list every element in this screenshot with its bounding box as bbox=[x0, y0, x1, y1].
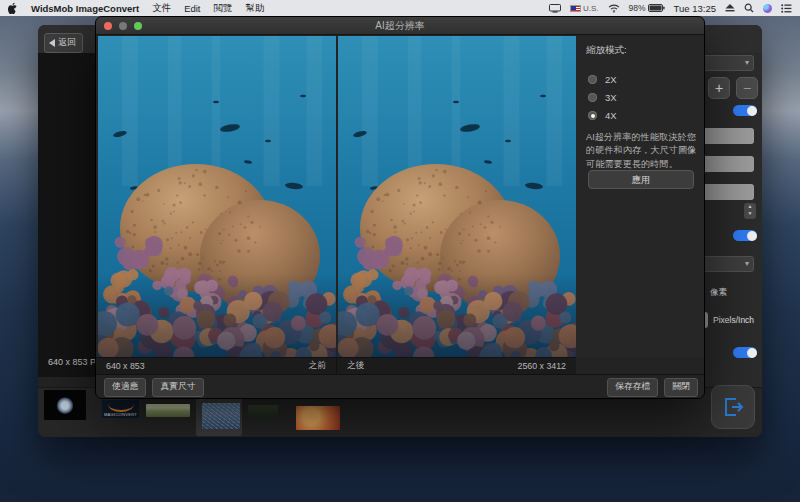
zoom-mode-label: 縮放模式: bbox=[586, 44, 627, 57]
ppi-label: Pixels/Inch bbox=[713, 315, 754, 325]
desktop: WidsMob ImageConvert 文件 Edit 閲覽 幫助 U.S. … bbox=[0, 0, 800, 502]
battery-status[interactable]: 98% bbox=[629, 3, 665, 13]
performance-note: AI超分辨率的性能取決於您的硬件和內存，大尺寸圖像可能需要更長的時間。 bbox=[586, 131, 698, 171]
before-label: 之前 bbox=[308, 360, 326, 372]
back-label: 返回 bbox=[58, 36, 76, 49]
before-size: 640 x 853 bbox=[106, 361, 145, 371]
close-window-button[interactable] bbox=[104, 22, 112, 30]
dialog-settings-panel: 縮放模式: 2X 3X 4X AI超分辨率的性能取決於您的硬件和內存，大尺寸圖像… bbox=[576, 36, 705, 357]
before-image bbox=[98, 36, 336, 357]
menu-bar: WidsMob ImageConvert 文件 Edit 閲覽 幫助 U.S. … bbox=[0, 0, 800, 16]
remove-button[interactable]: − bbox=[736, 77, 758, 99]
radio-3x-label: 3X bbox=[605, 92, 617, 103]
dialog-status-bar: 640 x 853 之前 之後 2560 x 3412 bbox=[96, 357, 576, 374]
search-icon[interactable] bbox=[744, 3, 754, 13]
toggle-switch-2[interactable] bbox=[733, 230, 757, 241]
coral-photo-before bbox=[98, 36, 336, 357]
input-source-flag[interactable]: U.S. bbox=[570, 4, 599, 13]
dialog-titlebar[interactable]: AI超分辨率 bbox=[96, 17, 704, 35]
menu-edit[interactable]: Edit bbox=[184, 3, 200, 14]
menu-clock[interactable]: Tue 13:25 bbox=[674, 3, 716, 14]
coral-photo-after bbox=[338, 36, 576, 357]
export-icon bbox=[721, 395, 745, 419]
control-list-icon[interactable] bbox=[781, 4, 792, 13]
chevron-down-icon: ▾ bbox=[745, 58, 749, 67]
radio-icon bbox=[588, 75, 597, 84]
zoom-window-button[interactable] bbox=[134, 22, 142, 30]
radio-icon bbox=[588, 111, 597, 120]
add-button[interactable]: + bbox=[708, 77, 730, 99]
battery-percent: 98% bbox=[629, 3, 646, 13]
radio-2x-label: 2X bbox=[605, 74, 617, 85]
logo-arc-icon bbox=[108, 404, 134, 412]
wifi-icon[interactable] bbox=[608, 4, 620, 13]
menu-file[interactable]: 文件 bbox=[152, 2, 171, 15]
toggle-switch-3[interactable] bbox=[733, 347, 757, 358]
thumbnail-fish[interactable] bbox=[296, 406, 340, 430]
after-size: 2560 x 3412 bbox=[518, 361, 566, 371]
toggle-switch-1[interactable] bbox=[733, 105, 757, 116]
eject-icon[interactable] bbox=[725, 4, 735, 12]
value-stepper[interactable]: ▲▼ bbox=[744, 203, 756, 219]
dialog-bottom-bar: 使適應 真實尺寸 保存存檔 關閉 bbox=[96, 374, 705, 399]
after-image bbox=[338, 36, 576, 357]
apply-button[interactable]: 應用 bbox=[588, 170, 694, 189]
menu-help[interactable]: 幫助 bbox=[246, 2, 265, 15]
thumbnail-dark[interactable] bbox=[248, 405, 278, 418]
dialog-title: AI超分辨率 bbox=[375, 19, 424, 33]
after-label: 之後 bbox=[347, 360, 365, 372]
battery-icon bbox=[648, 4, 665, 12]
input-source-label: U.S. bbox=[583, 4, 599, 13]
flag-icon bbox=[570, 5, 581, 12]
logo-brand-text: MAGICONVERT bbox=[104, 412, 137, 418]
apple-icon[interactable] bbox=[8, 2, 18, 14]
pixels-label: 像素 bbox=[710, 287, 727, 299]
display-icon[interactable] bbox=[549, 4, 561, 13]
close-button[interactable]: 關閉 bbox=[664, 378, 698, 397]
save-file-button[interactable]: 保存存檔 bbox=[607, 378, 658, 397]
thumbnail-logo[interactable]: MAGICONVERT bbox=[102, 400, 139, 418]
menu-app-name[interactable]: WidsMob ImageConvert bbox=[31, 3, 139, 14]
back-button[interactable]: 返回 bbox=[44, 33, 83, 53]
fit-button[interactable]: 使適應 bbox=[104, 378, 146, 397]
chevron-down-icon: ▾ bbox=[745, 259, 749, 268]
actual-size-button[interactable]: 真實尺寸 bbox=[152, 378, 203, 397]
radio-icon bbox=[588, 93, 597, 102]
thumbnail-earth[interactable] bbox=[44, 390, 86, 420]
radio-4x-label: 4X bbox=[605, 110, 617, 121]
thumbnail-blue[interactable] bbox=[202, 403, 240, 429]
menu-view[interactable]: 閲覽 bbox=[214, 2, 233, 15]
back-arrow-icon bbox=[49, 39, 55, 47]
radio-4x[interactable]: 4X bbox=[588, 110, 617, 121]
export-button[interactable] bbox=[711, 385, 755, 429]
ai-super-resolution-dialog: AI超分辨率 縮放模式: 2X 3X 4X AI超分辨率的性能取決於您的硬件和內… bbox=[95, 16, 705, 399]
radio-3x[interactable]: 3X bbox=[588, 92, 617, 103]
radio-2x[interactable]: 2X bbox=[588, 74, 617, 85]
siri-icon[interactable] bbox=[763, 4, 772, 13]
thumbnail-landscape[interactable] bbox=[146, 404, 190, 417]
minimize-window-button[interactable] bbox=[119, 22, 127, 30]
